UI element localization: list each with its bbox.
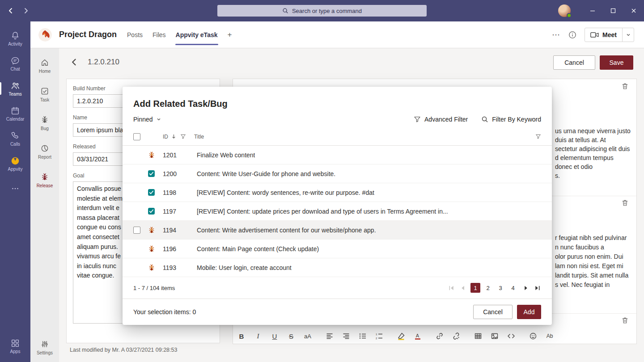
rail-item-teams[interactable]: Teams (0, 77, 30, 100)
tab-files[interactable]: Files (148, 21, 171, 48)
numbered-list-button[interactable]: 12 (374, 331, 384, 341)
font-size-button[interactable]: aA (303, 331, 313, 341)
last-page-button[interactable] (533, 284, 541, 292)
keyword-filter-button[interactable]: Filter By Keyword (481, 116, 541, 123)
sidebar-item-report[interactable]: Report (30, 139, 59, 164)
page-number-button[interactable]: 2 (483, 283, 493, 293)
minimize-button[interactable] (582, 0, 603, 21)
task-type-icon (148, 170, 155, 177)
cancel-button[interactable]: Cancel (553, 55, 595, 70)
pagination-bar: 1 - 7 / 104 items 1 2 3 4 (123, 277, 552, 299)
page-number-button[interactable]: 3 (496, 283, 505, 293)
table-row[interactable]: 1196 Content: Main Page content (Check u… (123, 240, 552, 258)
sidebar-item-bug[interactable]: Bug (30, 111, 59, 135)
rail-item-chat[interactable]: Chat (0, 52, 30, 75)
insert-link-button[interactable] (435, 331, 445, 341)
delete-section-button[interactable] (620, 198, 629, 207)
forward-button[interactable] (20, 4, 32, 17)
team-logo[interactable] (38, 28, 52, 42)
previous-page-button[interactable] (459, 284, 467, 292)
rail-item-apps[interactable]: Apps (0, 334, 30, 358)
table-row[interactable]: 1201 Finalize Web content (123, 146, 552, 164)
id-filter-icon[interactable] (180, 134, 186, 139)
rail-item-appvity[interactable]: Appvity (0, 152, 30, 175)
select-all-checkbox[interactable] (133, 133, 140, 140)
strikethrough-button[interactable]: S (286, 331, 296, 341)
sidebar-item-home[interactable]: Home (30, 54, 59, 78)
highlight-button[interactable] (396, 331, 406, 341)
rail-item-more[interactable] (0, 177, 30, 200)
title-column-header: Title (194, 134, 204, 140)
back-to-list-button[interactable] (70, 58, 79, 67)
underline-button[interactable]: U (270, 331, 280, 341)
code-button[interactable] (506, 331, 516, 341)
bug-type-icon (148, 245, 156, 253)
view-selector-dropdown[interactable]: Pinned (133, 116, 161, 123)
tab-appvity-etask[interactable]: Appvity eTask (171, 21, 223, 48)
image-icon (491, 332, 499, 340)
table-row[interactable]: 1193 Mobile: User login, create account (123, 258, 552, 277)
maximize-button[interactable] (603, 0, 623, 21)
sort-descending-icon[interactable] (171, 134, 177, 139)
info-button[interactable] (568, 31, 576, 39)
delete-section-button[interactable] (620, 82, 629, 91)
tab-posts[interactable]: Posts (122, 21, 148, 48)
dialog-add-button[interactable]: Add (517, 305, 541, 319)
delete-section-button[interactable] (620, 316, 629, 325)
bug-type-icon (148, 151, 156, 159)
page-number-button[interactable]: 4 (508, 283, 518, 293)
app-rail: Activity Chat Teams Calendar Calls Appvi… (0, 21, 30, 362)
unlink-button[interactable] (451, 331, 461, 341)
font-color-icon: A (414, 332, 422, 340)
page-number-button[interactable]: 1 (470, 283, 480, 293)
more-options-button[interactable]: ⋯ (552, 30, 560, 40)
task-table-body: 1201 Finalize Web content 1200 Content: … (123, 146, 552, 277)
sidebar-item-task[interactable]: Task (30, 82, 59, 106)
back-button[interactable] (4, 4, 17, 17)
meet-dropdown-button[interactable] (622, 28, 634, 42)
bug-type-icon (148, 226, 156, 234)
meet-button[interactable]: Meet (585, 28, 622, 42)
rail-item-activity[interactable]: Activity (0, 27, 30, 50)
align-left-button[interactable] (325, 331, 335, 341)
dialog-footer: Your selection items: 0 Cancel Add (123, 299, 552, 325)
next-page-button[interactable] (521, 284, 530, 292)
rail-item-calls[interactable]: Calls (0, 127, 30, 150)
apps-grid-icon (10, 338, 20, 348)
user-avatar[interactable] (558, 4, 571, 17)
insert-image-button[interactable] (490, 331, 500, 341)
close-button[interactable] (623, 0, 644, 21)
command-search-input[interactable]: Search or type a command (217, 5, 427, 17)
italic-button[interactable]: I (253, 331, 263, 341)
advanced-filter-button[interactable]: Advanced Filter (414, 116, 468, 123)
row-checkbox[interactable] (133, 227, 140, 234)
filter-actions: Advanced Filter Filter By Keyword (414, 116, 541, 123)
sidebar-item-settings[interactable]: Settings (30, 335, 59, 359)
add-tab-button[interactable]: + (223, 21, 237, 48)
meet-split-button: Meet (585, 28, 634, 42)
font-color-button[interactable]: A (413, 331, 423, 341)
insert-table-button[interactable] (473, 331, 483, 341)
rail-item-calendar[interactable]: Calendar (0, 102, 30, 125)
first-page-button[interactable] (447, 284, 455, 292)
header-actions: ⋯ Meet (552, 28, 634, 42)
row-type-icon (148, 151, 156, 159)
trash-icon (621, 316, 629, 324)
bullet-list-button[interactable] (358, 331, 368, 341)
task-type-icon (148, 189, 155, 196)
save-button[interactable]: Save (600, 55, 633, 70)
table-row[interactable]: 1198 [REVIEW] Content: wordy sentences, … (123, 183, 552, 202)
bold-button[interactable]: B (237, 331, 246, 341)
title-filter-icon[interactable] (535, 134, 541, 139)
emoji-button[interactable] (528, 331, 538, 341)
bug-type-icon (148, 264, 156, 272)
phoenix-logo-icon (38, 28, 52, 42)
spellcheck-button[interactable]: Ab (545, 331, 555, 341)
table-row[interactable]: 1197 [REVIEW] Content: update prices per… (123, 202, 552, 221)
sidebar-item-release[interactable]: Release (30, 168, 59, 192)
dialog-cancel-button[interactable]: Cancel (473, 305, 513, 319)
table-row[interactable]: 1200 Content: Write User-Guide for phone… (123, 164, 552, 183)
align-right-button[interactable] (341, 331, 351, 341)
table-row[interactable]: 1194 Content: Write advertisement conten… (123, 221, 552, 240)
ellipsis-icon (10, 184, 20, 194)
